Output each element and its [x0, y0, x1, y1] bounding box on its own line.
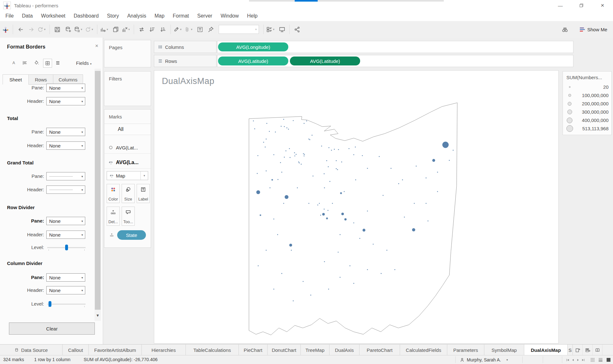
- map-mark-dot[interactable]: [437, 172, 438, 173]
- map-mark-dot[interactable]: [324, 173, 325, 174]
- map-mark-dot[interactable]: [260, 214, 261, 216]
- map-mark-dot[interactable]: [341, 213, 344, 215]
- map-mark-dot[interactable]: [266, 123, 267, 124]
- show-hide-cards-icon[interactable]: ▾: [266, 24, 276, 35]
- map-mark-dot[interactable]: [428, 220, 428, 221]
- replay-icon[interactable]: ▾: [37, 24, 48, 35]
- map-mark-dot[interactable]: [437, 191, 438, 192]
- chevron-down-icon[interactable]: ▾: [81, 28, 84, 31]
- chevron-down-icon[interactable]: ▾: [191, 28, 194, 31]
- map-mark-dot[interactable]: [324, 209, 325, 209]
- map-mark-dot[interactable]: [257, 155, 258, 156]
- grid-view-icon[interactable]: [590, 357, 595, 362]
- sheet-tab-dualaxis[interactable]: DualAxis: [329, 345, 359, 355]
- refresh-data-icon[interactable]: ▾: [84, 24, 95, 35]
- map-mark-dot[interactable]: [367, 168, 368, 169]
- header-select[interactable]: None▾: [46, 97, 85, 105]
- clear-sheet-icon[interactable]: ▾: [121, 24, 132, 35]
- close-button[interactable]: ×: [592, 0, 613, 11]
- map-mark-dot[interactable]: [303, 281, 304, 282]
- save-icon[interactable]: [52, 24, 63, 35]
- map-mark-dot[interactable]: [299, 163, 300, 163]
- undo-icon[interactable]: [15, 24, 26, 35]
- map-mark-dot[interactable]: [453, 150, 454, 151]
- sheet-tab-hierarchies[interactable]: Hierarchies: [142, 345, 186, 355]
- map-mark-dot[interactable]: [340, 277, 341, 278]
- borders-format-icon[interactable]: [43, 59, 52, 68]
- map-mark-dot[interactable]: [266, 139, 267, 140]
- map-mark-dot[interactable]: [426, 178, 427, 178]
- map-mark-dot[interactable]: [256, 190, 260, 194]
- map-mark-dot[interactable]: [324, 187, 325, 188]
- map-mark-dot[interactable]: [284, 126, 285, 127]
- sheet-tab-parameters[interactable]: Parameters: [447, 345, 484, 355]
- map-mark-dot[interactable]: [309, 139, 310, 140]
- show-mark-labels-icon[interactable]: [194, 24, 205, 35]
- pill-avglongitude[interactable]: AVG(Longitude): [218, 42, 288, 51]
- menu-item-file[interactable]: File: [1, 11, 18, 21]
- font-format-icon[interactable]: A: [10, 59, 18, 67]
- pill-avglatitude[interactable]: AVG(Latitude): [218, 57, 288, 65]
- map-mark-dot[interactable]: [336, 160, 337, 161]
- map-mark-dot[interactable]: [353, 154, 354, 155]
- map-mark-dot[interactable]: [390, 168, 391, 169]
- map-mark-dot[interactable]: [442, 141, 449, 148]
- header-select[interactable]: None▾: [46, 141, 85, 150]
- menu-item-window[interactable]: Window: [216, 11, 243, 21]
- pane-select[interactable]: None▾: [46, 84, 85, 92]
- too-button[interactable]: Too...: [122, 207, 135, 226]
- map-mark-dot[interactable]: [293, 120, 294, 121]
- map-mark-dot[interactable]: [257, 173, 258, 174]
- group-members-icon[interactable]: ▾: [184, 24, 194, 35]
- new-dashboard-tab-icon[interactable]: [583, 345, 593, 355]
- user-filter-dropdown[interactable]: Murphy, Sarah A. ▾: [460, 355, 508, 364]
- sheet-tab-s[interactable]: S: [568, 345, 573, 355]
- map-mark-dot[interactable]: [340, 192, 342, 194]
- legend-item[interactable]: 400,000,000: [563, 116, 611, 124]
- pane-select[interactable]: None▾: [46, 128, 85, 136]
- map-mark-dot[interactable]: [289, 244, 292, 246]
- clear-button[interactable]: Clear: [9, 322, 95, 335]
- mark-type-dropdown[interactable]: Map ▾: [107, 171, 148, 180]
- chevron-down-icon[interactable]: ▾: [92, 28, 95, 31]
- map-mark-dot[interactable]: [362, 155, 363, 156]
- menu-item-help[interactable]: Help: [243, 11, 262, 21]
- map-mark-dot[interactable]: [284, 157, 285, 158]
- map-mark-dot[interactable]: [288, 129, 289, 130]
- pill-avglatitude[interactable]: AVG(Latitude): [290, 57, 360, 65]
- pause-auto-updates-icon[interactable]: ▾: [73, 24, 84, 35]
- marks-tab-all[interactable]: All: [104, 124, 151, 135]
- map-mark-dot[interactable]: [353, 283, 354, 284]
- map-mark-dot[interactable]: [308, 139, 309, 140]
- map-mark-dot[interactable]: [306, 120, 307, 121]
- map-mark-dot[interactable]: [281, 273, 282, 274]
- map-mark-dot[interactable]: [290, 157, 291, 158]
- map-mark-dot[interactable]: [349, 148, 350, 149]
- map-mark-dot[interactable]: [331, 150, 332, 151]
- slider-thumb[interactable]: [65, 245, 68, 250]
- map-mark-dot[interactable]: [414, 203, 415, 204]
- map-mark-dot[interactable]: [313, 176, 314, 177]
- map-mark-dot[interactable]: [320, 215, 321, 216]
- map-mark-dot[interactable]: [412, 228, 415, 231]
- map-mark-dot[interactable]: [340, 234, 341, 235]
- map-mark-dot[interactable]: [328, 166, 329, 167]
- map-mark-dot[interactable]: [338, 252, 339, 253]
- pane-select[interactable]: ▾: [46, 172, 85, 180]
- map-mark-dot[interactable]: [449, 160, 450, 161]
- map-mark-dot[interactable]: [328, 289, 329, 290]
- filters-card[interactable]: Filters: [104, 71, 151, 106]
- map-mark-dot[interactable]: [426, 203, 427, 204]
- swap-rows-columns-icon[interactable]: [136, 24, 147, 35]
- chevron-down-icon[interactable]: ▾: [44, 28, 47, 31]
- map-mark-dot[interactable]: [332, 203, 333, 204]
- map-mark-dot[interactable]: [398, 183, 399, 184]
- map-mark-dot[interactable]: [312, 135, 313, 136]
- map-mark-dot[interactable]: [273, 218, 274, 219]
- map-mark-dot[interactable]: [266, 250, 267, 251]
- fit-select[interactable]: ▾: [219, 25, 259, 34]
- map-mark-dot[interactable]: [285, 150, 286, 151]
- map-mark-dot[interactable]: [432, 159, 435, 162]
- sheet-tab-favoriteartistalbum[interactable]: FavoriteArtistAlbum: [89, 345, 142, 355]
- sheet-tab-treemap[interactable]: TreeMap: [301, 345, 329, 355]
